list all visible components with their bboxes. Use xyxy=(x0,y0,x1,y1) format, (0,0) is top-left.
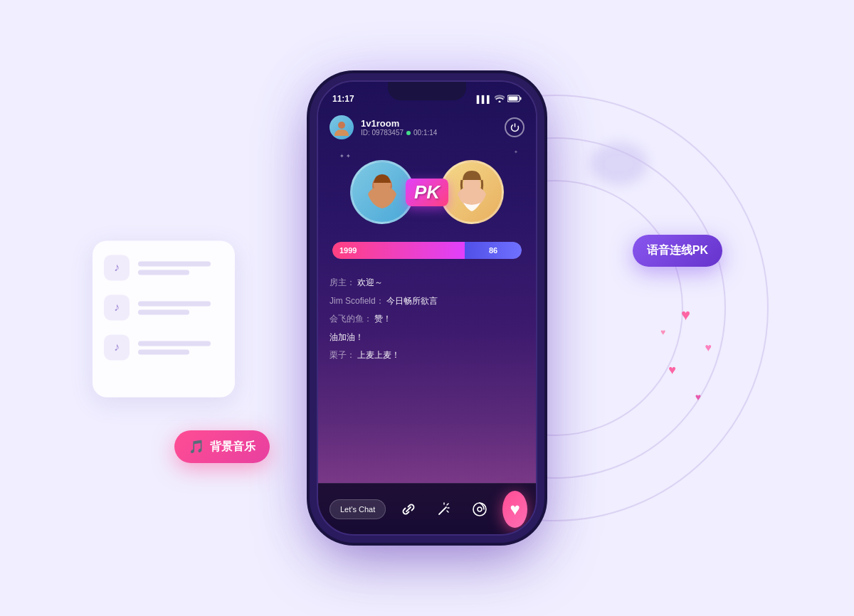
phone-notch xyxy=(388,82,466,100)
music-note-icon-3: ♪ xyxy=(104,334,130,360)
music-line-long-2 xyxy=(138,301,211,306)
svg-line-14 xyxy=(447,511,448,512)
chat-message-4: 油加油！ xyxy=(330,329,524,347)
music-line-short-1 xyxy=(138,270,189,275)
music-line-long-3 xyxy=(138,341,211,346)
music-note-icon-2: ♪ xyxy=(104,294,130,320)
phone-wrapper: 11:17 ▌▌▌ xyxy=(317,80,537,536)
phone-header: 1v1room ID: 09783457 00:1:14 xyxy=(318,112,536,143)
music-line-short-2 xyxy=(138,309,189,314)
deco-blob xyxy=(591,142,648,185)
chat-text-2: 今日畅所欲言 xyxy=(386,296,438,306)
pk-badge: PK xyxy=(406,179,448,206)
heart-float-4: ♥ xyxy=(695,391,701,403)
music-lines-2 xyxy=(138,301,223,314)
pk-avatar-left xyxy=(350,160,414,224)
heart-float-2: ♥ xyxy=(705,341,712,354)
signal-icon: ▌▌▌ xyxy=(477,95,492,103)
bottom-icons xyxy=(399,499,490,519)
power-button[interactable] xyxy=(505,117,524,137)
scene: ♪ ♪ ♪ xyxy=(0,0,854,616)
status-time: 11:17 xyxy=(332,94,354,104)
chat-message-1: 房主： 欢迎～ xyxy=(330,274,524,292)
status-icons: ▌▌▌ xyxy=(477,95,522,104)
svg-point-16 xyxy=(478,507,482,511)
battery-icon xyxy=(507,95,522,104)
music-row-2: ♪ xyxy=(104,294,223,320)
chat-message-5: 栗子： 上麦上麦！ xyxy=(330,346,524,365)
svg-line-12 xyxy=(447,504,448,505)
pk-avatar-right xyxy=(440,160,504,224)
heart-float-5: ♥ xyxy=(660,327,665,337)
progress-right: 86 xyxy=(465,242,522,259)
star-deco-2: ✦ xyxy=(514,149,518,155)
progress-left: 1999 xyxy=(332,242,465,259)
bottom-bar: Let's Chat xyxy=(318,483,536,534)
chat-sender-2: Jim Scofield： xyxy=(330,296,384,306)
music-row-3: ♪ xyxy=(104,334,223,360)
heart-icon: ♥ xyxy=(510,499,520,519)
chat-message-3: 会飞的鱼： 赞！ xyxy=(330,310,524,329)
chat-text-4: 油加油！ xyxy=(330,332,364,342)
heart-float-1: ♥ xyxy=(681,306,690,324)
room-id: ID: 09783457 00:1:14 xyxy=(361,129,497,137)
progress-bar: 1999 86 xyxy=(332,242,522,259)
heart-float-3: ♥ xyxy=(668,363,676,378)
audio-icon[interactable] xyxy=(470,499,490,519)
chat-area: 房主： 欢迎～ Jim Scofield： 今日畅所欲言 会飞的鱼： 赞！ 油加… xyxy=(330,274,524,484)
online-dot xyxy=(406,131,411,135)
music-lines-1 xyxy=(138,261,223,275)
wifi-icon xyxy=(495,95,505,104)
chat-sender-3: 会飞的鱼： xyxy=(330,314,372,324)
music-line-short-3 xyxy=(138,349,189,354)
music-lines-3 xyxy=(138,341,223,354)
heart-button[interactable]: ♥ xyxy=(502,491,527,528)
chat-text-5: 上麦上麦！ xyxy=(357,350,400,360)
music-note-icon-1: ♪ xyxy=(104,255,130,280)
chat-message-2: Jim Scofield： 今日畅所欲言 xyxy=(330,292,524,311)
svg-point-3 xyxy=(338,122,345,129)
chat-sender-5: 栗子： xyxy=(330,350,355,360)
screen: 11:17 ▌▌▌ xyxy=(318,82,536,534)
music-line-long-1 xyxy=(138,261,211,266)
wand-icon[interactable] xyxy=(434,499,454,519)
bg-music-badge[interactable]: 🎵 背景音乐 xyxy=(174,430,270,463)
room-info: 1v1room ID: 09783457 00:1:14 xyxy=(361,118,497,137)
link-icon[interactable] xyxy=(399,499,418,519)
lets-chat-button[interactable]: Let's Chat xyxy=(330,499,386,519)
chat-sender-1: 房主： xyxy=(330,277,355,287)
room-host-avatar xyxy=(330,115,354,139)
chat-text-3: 赞！ xyxy=(374,314,391,324)
svg-rect-2 xyxy=(509,96,518,100)
music-list-card: ♪ ♪ ♪ xyxy=(93,240,235,397)
phone: 11:17 ▌▌▌ xyxy=(317,80,537,536)
svg-line-10 xyxy=(439,507,446,514)
svg-rect-1 xyxy=(520,97,522,100)
music-row-1: ♪ xyxy=(104,255,223,280)
room-name: 1v1room xyxy=(361,118,497,129)
chat-text-1: 欢迎～ xyxy=(357,277,383,287)
voice-pk-badge[interactable]: 语音连线PK xyxy=(633,235,722,267)
star-deco-1: ✦ ✦ xyxy=(339,153,351,159)
bg-music-note-icon: 🎵 xyxy=(189,439,204,455)
progress-area: 1999 86 xyxy=(332,242,522,259)
pk-area: ✦ ✦ ✦ PK xyxy=(318,149,536,235)
bg-music-label: 背景音乐 xyxy=(210,440,255,455)
